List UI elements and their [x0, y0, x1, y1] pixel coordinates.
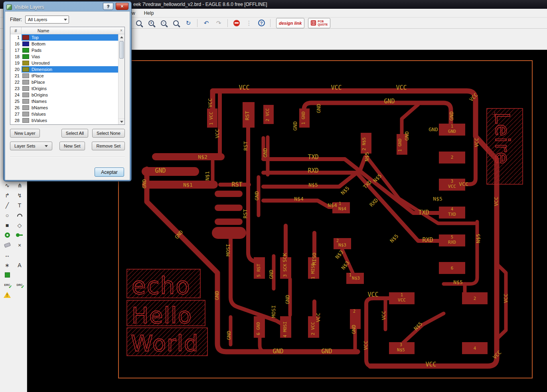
pcb-net-label: N$3	[352, 276, 360, 281]
pcb-quote-label: PCB QUOTE	[318, 20, 328, 26]
column-header-number[interactable]: #	[10, 27, 22, 34]
errors-button[interactable]: !	[1, 290, 14, 300]
layer-row-bnames[interactable]: 26bNames	[10, 104, 118, 111]
wire-tool[interactable]: ╱	[1, 200, 14, 210]
select-all-button[interactable]: Select All	[61, 129, 88, 138]
pcb-net-label: 1	[349, 273, 352, 277]
column-header-name[interactable]: Name	[22, 28, 118, 33]
layer-color-swatch[interactable]	[22, 54, 29, 59]
pcb-net-label: 6 GND	[256, 322, 261, 335]
move-tool[interactable]: ↔	[1, 250, 14, 260]
layer-color-swatch[interactable]	[22, 105, 29, 110]
pcb-net-label: GND	[226, 331, 232, 340]
zoom-select-button[interactable]	[170, 18, 182, 28]
autoroute-tool[interactable]: A	[14, 260, 26, 270]
ripup-icon: ↯	[17, 192, 22, 199]
scroll-down-button[interactable]	[118, 118, 124, 124]
layer-color-swatch[interactable]	[22, 41, 29, 46]
layer-table: # Name × 1Top 16Bottom 17Pads 18Vias 19U…	[10, 27, 125, 125]
design-link-label: design link	[279, 21, 302, 26]
via-tool[interactable]	[1, 230, 14, 240]
circle-tool[interactable]: ○	[1, 210, 14, 220]
pcb-net-label: VCC	[459, 181, 468, 187]
layer-color-swatch[interactable]	[22, 48, 29, 53]
pcb-quote-button[interactable]: PCB QUOTE	[308, 18, 330, 28]
layer-sets-dropdown[interactable]: Layer Sets	[10, 142, 52, 150]
meander-tool[interactable]: ∿	[1, 180, 14, 190]
arc-tool[interactable]	[14, 210, 26, 220]
help-button[interactable]: ?	[256, 18, 267, 28]
layer-row-tplace[interactable]: 21tPlace	[10, 73, 118, 79]
new-set-button[interactable]: New Set	[59, 142, 85, 150]
layer-row-top[interactable]: 1Top	[10, 34, 118, 41]
layer-row-pads[interactable]: 17Pads	[10, 47, 118, 53]
erc-button[interactable]: ERC ✓	[1, 280, 14, 290]
ripup-tool[interactable]: ↯	[14, 190, 26, 200]
filter-dropdown[interactable]: All Layers	[25, 16, 69, 24]
layer-row-tnames[interactable]: 25tNames	[10, 98, 118, 104]
scrollbar-thumb[interactable]	[119, 41, 124, 59]
layer-row-borigins[interactable]: 24bOrigins	[10, 92, 118, 98]
layers-icon	[6, 4, 12, 10]
split-icon: ⋔	[17, 182, 22, 189]
accept-button[interactable]: Aceptar	[95, 167, 124, 177]
options-dots-button[interactable]: ⋮	[243, 18, 255, 28]
scroll-up-button[interactable]	[118, 34, 124, 40]
rect-tool[interactable]: ■	[1, 220, 14, 230]
polygon-tool[interactable]: ◇	[14, 220, 26, 230]
layer-color-swatch[interactable]	[22, 112, 29, 116]
layer-row-vias[interactable]: 18Vias	[10, 53, 118, 60]
via-icon	[5, 232, 10, 238]
pcb-net-label: RXD	[308, 167, 318, 174]
ratsnest-tool[interactable]: ∗	[1, 260, 14, 270]
zoom-out-button[interactable]: −	[158, 18, 169, 28]
layer-color-swatch[interactable]	[22, 61, 29, 65]
erc-check-icon: ✓	[8, 284, 12, 290]
layer-row-unrouted[interactable]: 19Unrouted	[10, 60, 118, 66]
layer-row-bplace[interactable]: 22bPlace	[10, 79, 118, 85]
split-tool[interactable]: ⋔	[14, 180, 26, 190]
undo-button[interactable]: ↶	[201, 18, 212, 28]
layer-color-swatch[interactable]	[22, 80, 29, 85]
layer-row-dimension[interactable]: 20Dimension	[10, 66, 118, 73]
optimize-tool[interactable]: ×	[14, 240, 26, 250]
layer-color-swatch[interactable]	[22, 67, 29, 72]
layer-color-swatch[interactable]	[22, 99, 29, 104]
zoom-in-button[interactable]: +	[146, 18, 157, 28]
layer-color-swatch[interactable]	[22, 35, 29, 40]
layer-row-bvalues[interactable]: 28bValues	[10, 117, 118, 124]
zoom-fit-button[interactable]	[133, 18, 144, 28]
dialog-title: Visible Layers	[14, 4, 44, 10]
layer-row-tvalues[interactable]: 27tValues	[10, 111, 118, 117]
design-link-button[interactable]: design link	[276, 18, 304, 28]
layer-color-swatch[interactable]	[22, 86, 29, 91]
pcb-net-label: N$5	[413, 321, 423, 331]
dialog-help-button[interactable]: ?	[103, 3, 113, 10]
menu-item-help[interactable]: Help	[144, 10, 154, 16]
drc-button[interactable]: DRC ✓	[14, 280, 26, 290]
layer-color-swatch[interactable]	[22, 93, 29, 97]
pcb-net-label: 1	[339, 201, 341, 206]
layer-table-scrollbar[interactable]	[118, 34, 124, 124]
pcb-net-label: 5	[451, 235, 453, 239]
layer-color-swatch[interactable]	[22, 73, 29, 78]
route-tool[interactable]: ↱	[1, 190, 14, 200]
table-header-close[interactable]: ×	[118, 28, 124, 33]
dialog-titlebar[interactable]: Visible Layers ? ×	[5, 3, 130, 11]
layer-color-swatch[interactable]	[22, 118, 29, 123]
component-tool[interactable]	[1, 270, 14, 280]
remove-set-button[interactable]: Remove Set	[92, 142, 125, 150]
redraw-button[interactable]: ↻	[183, 18, 194, 28]
signal-tool[interactable]	[14, 230, 26, 240]
text-tool[interactable]: T	[14, 200, 26, 210]
stop-button[interactable]	[231, 18, 242, 28]
close-icon: ×	[120, 4, 123, 9]
delete-tool[interactable]	[1, 240, 14, 250]
redo-button[interactable]: ↷	[213, 18, 224, 28]
select-none-button[interactable]: Select None	[92, 129, 125, 138]
dialog-close-button[interactable]: ×	[116, 3, 128, 10]
layer-row-bottom[interactable]: 16Bottom	[10, 41, 118, 47]
layer-name: bPlace	[32, 79, 45, 85]
new-layer-button[interactable]: New Layer	[10, 129, 40, 138]
layer-row-torigins[interactable]: 23tOrigins	[10, 85, 118, 92]
